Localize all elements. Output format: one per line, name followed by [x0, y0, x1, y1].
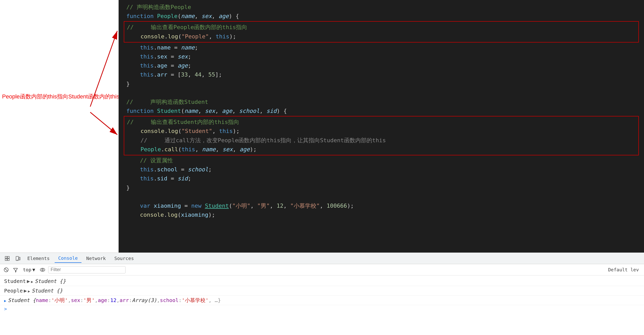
code-line-blank1	[119, 88, 644, 97]
filter-icon[interactable]	[12, 266, 19, 273]
svg-rect-5	[7, 256, 9, 258]
code-line-5: this.name = name;	[119, 43, 644, 52]
svg-point-14	[40, 268, 45, 271]
code-line-13: // 输出查看Student内部的this指向	[127, 118, 636, 127]
code-line-23: console.log(xiaoming);	[119, 210, 644, 219]
svg-rect-4	[5, 256, 7, 258]
expand-arrow-1[interactable]: ▶	[31, 279, 33, 284]
code-line-4: console.log("People", this);	[127, 32, 636, 41]
inspect-icon[interactable]	[3, 254, 12, 263]
expand-arrow-2[interactable]: ▶	[28, 289, 30, 294]
code-line-19: this.sid = sid;	[119, 174, 644, 183]
annotation-arrows	[0, 0, 119, 253]
code-line-6: this.sex = sex;	[119, 52, 644, 61]
top-label: top	[23, 267, 31, 272]
svg-point-15	[42, 269, 43, 271]
console-line-1: Student ▶ ▶ Student {}	[0, 277, 644, 286]
code-line-14: console.log("Student", this);	[127, 127, 636, 136]
red-box-2: // 输出查看Student内部的this指向 console.log("Stu…	[124, 116, 639, 155]
code-line-1: // 声明构造函数People	[119, 3, 644, 12]
tab-elements[interactable]: Elements	[24, 254, 53, 263]
code-line-16: People.call(this, name, sex, age);	[127, 145, 636, 154]
code-line-2: function People(name, sex, age) {	[119, 12, 644, 21]
context-selector[interactable]: top ▼	[21, 266, 37, 273]
main-content: People函数内部的this指向Student函数内的this // 声明构造…	[0, 0, 644, 253]
console-prompt: >	[0, 305, 644, 313]
default-level-selector[interactable]: Default lev	[606, 266, 641, 273]
tab-sources[interactable]: Sources	[111, 254, 137, 263]
device-icon[interactable]	[13, 254, 22, 263]
svg-rect-9	[19, 257, 20, 260]
prompt-icon: >	[4, 306, 7, 312]
code-line-9: }	[119, 79, 644, 88]
tab-console[interactable]: Console	[55, 254, 81, 263]
code-line-blank2	[119, 192, 644, 201]
code-line-17: // 设置属性	[119, 156, 644, 165]
console-toolbar: top ▼ Default lev	[0, 264, 644, 275]
svg-line-3	[90, 112, 117, 135]
filter-input[interactable]	[48, 266, 126, 273]
console-line-2: People ▶ ▶ Student {}	[0, 286, 644, 296]
expand-arrow-3[interactable]: ▶	[4, 298, 6, 304]
left-panel: People函数内部的this指向Student函数内的this	[0, 0, 119, 253]
code-line-3: // 输出查看People函数内部的this指向	[127, 23, 636, 32]
code-line-11: // 声明构造函数Student	[119, 97, 644, 106]
code-line-18: this.school = school;	[119, 165, 644, 174]
annotation-text: People函数内部的this指向Student函数内的this	[2, 93, 119, 100]
svg-rect-7	[7, 259, 9, 261]
console-line-3: ▶ Student { name: '小明', sex: '男', age: 1…	[0, 296, 644, 305]
code-editor: // 声明构造函数People function People(name, se…	[119, 0, 644, 253]
code-line-22: var xiaoming = new Student("小明", "男", 12…	[119, 201, 644, 210]
devtools-panel: Elements Console Network Sources top ▼	[0, 253, 644, 335]
code-line-12: function Student(name, sex, age, school,…	[119, 106, 644, 115]
devtools-tabs-bar: Elements Console Network Sources	[0, 253, 644, 264]
svg-line-12	[5, 268, 8, 271]
dropdown-arrow: ▼	[32, 267, 35, 272]
red-box-1: // 输出查看People函数内部的this指向 console.log("Pe…	[124, 21, 639, 42]
clear-console-icon[interactable]	[3, 266, 10, 273]
code-line-8: this.arr = [33, 44, 55];	[119, 70, 644, 79]
code-line-20: }	[119, 183, 644, 192]
tab-network[interactable]: Network	[83, 254, 110, 263]
svg-rect-6	[5, 259, 7, 261]
console-output: Student ▶ ▶ Student {} People ▶ ▶ Studen…	[0, 275, 644, 335]
eye-icon[interactable]	[39, 266, 46, 273]
code-line-15: // 通过call方法，改变People函数内部的this指向，让其指向Stud…	[127, 136, 636, 145]
code-line-7: this.age = age;	[119, 61, 644, 70]
